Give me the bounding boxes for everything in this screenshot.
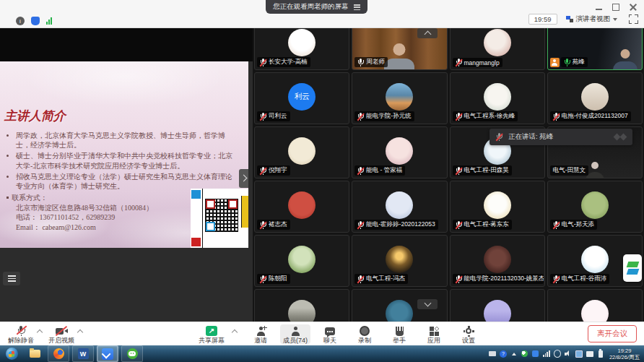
participant-tile[interactable]: [450, 289, 545, 322]
keyboard-tray-icon[interactable]: [489, 350, 496, 358]
participant-name: 倪翔宇: [269, 166, 287, 175]
participant-tile[interactable]: 长安大学-高楠: [254, 27, 349, 70]
participant-tile[interactable]: [547, 289, 643, 322]
file-explorer-icon[interactable]: [25, 346, 45, 361]
muted-mic-icon: [260, 221, 266, 229]
participant-tile[interactable]: 能电-霍婷婷-2020122053: [352, 181, 447, 233]
firefox-icon[interactable]: [48, 345, 69, 362]
participant-tile[interactable]: 倪翔宇: [254, 126, 349, 178]
maximize-button[interactable]: [612, 4, 619, 11]
display-tray-icon[interactable]: [575, 350, 583, 358]
speaking-mic-icon: [564, 59, 570, 66]
avatar: [386, 137, 413, 165]
apps-button[interactable]: 应用: [419, 324, 449, 344]
avatar: [581, 83, 609, 111]
muted-mic-icon: [553, 113, 560, 121]
minimize-button[interactable]: [596, 9, 602, 10]
participant-tile[interactable]: 能电学院-孙元统: [352, 72, 447, 124]
participant-tile[interactable]: 利云 司利云: [254, 72, 349, 124]
scroll-down-chevron[interactable]: [417, 299, 438, 309]
share-screen-button[interactable]: ↗ 共享屏幕: [196, 324, 227, 344]
slide-bullet: 硕士、博士分别毕业于清华大学和中共中央党校科技哲学专业；北京大学-北京市科学技术…: [16, 151, 232, 170]
scroll-up-chevron[interactable]: [417, 28, 438, 38]
invite-button[interactable]: 邀请: [245, 324, 276, 344]
participant-name: 长安大学-高楠: [269, 58, 308, 66]
participant-tile[interactable]: 电气-郑天添: [547, 181, 643, 233]
chevron-down-icon: [613, 18, 617, 21]
chat-button[interactable]: 聊天: [315, 324, 345, 344]
raise-hand-icon: [396, 327, 404, 336]
avatar: [484, 191, 511, 219]
info-icon[interactable]: i: [16, 17, 25, 25]
meeting-tray-icon[interactable]: [532, 350, 539, 358]
mic-muted-icon: [17, 326, 25, 336]
meeting-toolbar: 解除静音 开启视频 ↗ 共享屏幕 邀请 成员(74) 聊天 录制: [0, 322, 644, 346]
shield-icon[interactable]: [31, 17, 40, 25]
muted-mic-icon: [260, 113, 266, 121]
participant-name: 能电 - 管家福: [366, 166, 402, 175]
participant-tile[interactable]: 电拖-付俊成2021132007: [547, 72, 643, 124]
muted-mic-icon: [496, 133, 502, 141]
participant-tile[interactable]: mangmanglp: [450, 27, 545, 70]
banner-menu-icon[interactable]: [354, 4, 360, 10]
person-silhouette: [612, 49, 639, 69]
participant-name: 司利云: [269, 112, 287, 121]
unmute-button[interactable]: 解除静音: [6, 324, 36, 344]
muted-mic-icon: [456, 167, 462, 175]
members-icon: [291, 327, 300, 336]
participant-tile[interactable]: [254, 289, 349, 322]
participant-name: 陈朝阳: [269, 275, 287, 283]
participant-name: 能电学院-孙元统: [366, 112, 411, 121]
participant-grid: 长安大学-高楠 周老师 mangmanglp 苑峰 利云 司利云: [253, 27, 644, 322]
participant-name: 电气工程-田森昊: [464, 166, 509, 175]
video-options-chevron[interactable]: [77, 328, 84, 335]
hp-tray-icon[interactable]: [554, 350, 561, 358]
start-button[interactable]: [1, 346, 22, 361]
participant-tile[interactable]: 电气工程-蒋东东: [450, 181, 545, 233]
titlebar: i 您正在观看周老师的屏幕 19:59 演讲者视图: [0, 0, 644, 28]
floating-tool-icon[interactable]: [623, 254, 642, 282]
participant-tile[interactable]: 电气工程系-徐先峰: [450, 72, 545, 124]
sidebar-toggle-button[interactable]: [3, 272, 20, 285]
chat-icon: [325, 327, 335, 335]
volume-tray-icon[interactable]: [565, 350, 572, 358]
next-slide-arrow[interactable]: [239, 169, 248, 188]
mic-options-chevron[interactable]: [36, 328, 43, 335]
members-button[interactable]: 成员(74): [280, 324, 310, 344]
meeting-app-icon[interactable]: [97, 345, 118, 362]
participant-tile-active-speaker[interactable]: 苑峰: [547, 27, 643, 70]
participant-name: 褚志杰: [269, 220, 287, 229]
share-options-chevron[interactable]: [231, 328, 238, 335]
record-button[interactable]: 录制: [349, 324, 380, 344]
raise-hand-button[interactable]: 举手: [384, 324, 414, 344]
participant-name: 能电学院-2021132030-姚景杰: [464, 275, 544, 283]
participant-tile[interactable]: 电气工程-冯杰: [352, 235, 447, 287]
participant-tile[interactable]: 能电 - 管家福: [352, 126, 447, 178]
start-video-button[interactable]: 开启视频: [46, 324, 77, 344]
wechat-icon[interactable]: [121, 345, 143, 362]
watermark-icon: [614, 134, 626, 139]
word-icon[interactable]: W: [72, 345, 94, 362]
help-tray-icon[interactable]: ?: [500, 350, 507, 358]
participant-tile[interactable]: 褚志杰: [254, 181, 349, 233]
participant-name: 电气-田慧文: [553, 166, 586, 175]
muted-mic-icon: [553, 275, 560, 283]
tray-expand-chevron[interactable]: [510, 350, 518, 358]
participant-tile[interactable]: 陈朝阳: [254, 235, 349, 287]
fullscreen-button[interactable]: [629, 14, 638, 24]
wechat-tray-icon[interactable]: [521, 350, 528, 358]
participant-tile[interactable]: 能电学院-2021132030-姚景杰: [450, 235, 545, 287]
leave-meeting-button[interactable]: 离开会议: [588, 325, 637, 342]
battery-tray-icon[interactable]: [597, 350, 604, 358]
view-mode-button[interactable]: 演讲者视图: [563, 14, 621, 25]
speaking-toast: 正在讲话: 苑峰: [489, 129, 632, 145]
network-signal-icon[interactable]: [46, 17, 52, 25]
participant-name: 电气工程-冯杰: [366, 275, 405, 283]
network-tray-icon[interactable]: [543, 350, 550, 358]
muted-mic-icon: [456, 59, 462, 66]
settings-button[interactable]: 设置: [453, 324, 484, 344]
messages-tray-icon[interactable]: [586, 350, 593, 358]
participant-name: 电气-郑天添: [562, 220, 594, 229]
close-button[interactable]: [630, 4, 637, 11]
taskbar-clock[interactable]: 19:29 22/8/26/周五: [608, 348, 643, 361]
